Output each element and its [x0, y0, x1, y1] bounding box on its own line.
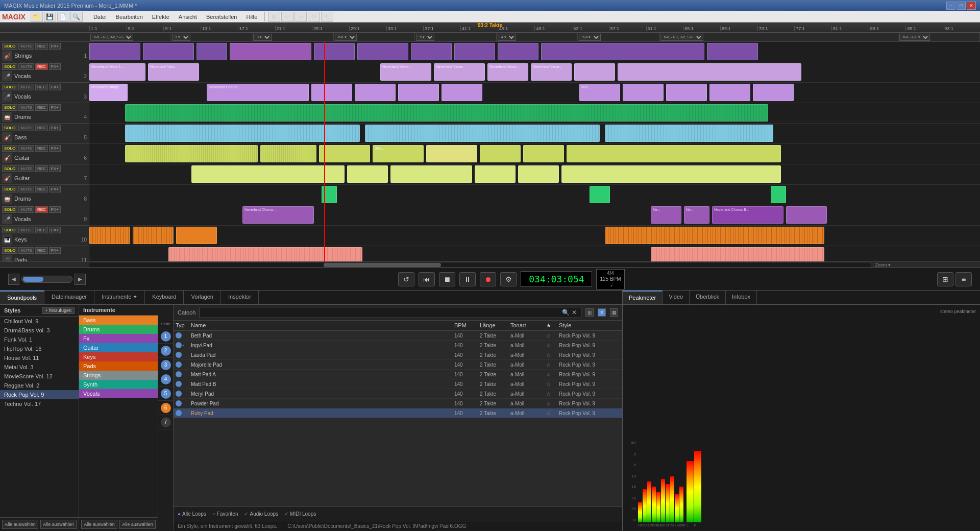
- track-9-rec[interactable]: REC: [35, 206, 48, 213]
- track-3-icon[interactable]: 🎤: [2, 91, 12, 102]
- table-row[interactable]: Meryl Pad 140 2 Takte a-Moll ☆ Rock Pop …: [174, 389, 622, 399]
- track-2-mute[interactable]: MUTE: [18, 63, 34, 70]
- clip[interactable]: [454, 43, 495, 60]
- tab-infobox[interactable]: Infobox: [726, 291, 757, 304]
- loop-button[interactable]: ↺: [398, 272, 414, 286]
- clip[interactable]: Neverland Verse...: [380, 63, 431, 81]
- track-7-mute[interactable]: MUTE: [18, 165, 34, 172]
- clip[interactable]: [347, 165, 388, 183]
- instrument-drums[interactable]: Drums: [79, 325, 158, 334]
- track-2-solo[interactable]: SOLO: [2, 63, 17, 70]
- scale-cell-7[interactable]: 6-a ▾: [578, 33, 659, 41]
- clip[interactable]: [125, 145, 258, 162]
- instruments-select-all-btn[interactable]: Alle auswählen: [81, 520, 117, 529]
- stufe-btn-4[interactable]: 4: [158, 372, 173, 387]
- style-item[interactable]: HipHop Vol. 16: [0, 344, 79, 353]
- stufe-btn-3[interactable]: 3: [158, 358, 173, 372]
- stufe-btn-1[interactable]: 1: [158, 329, 173, 344]
- track-1-solo[interactable]: SOLO: [2, 43, 17, 50]
- clip[interactable]: [322, 186, 337, 203]
- clip[interactable]: Stre...: [373, 145, 424, 162]
- search-input[interactable]: [203, 309, 561, 316]
- time-display[interactable]: 034:03:054: [521, 271, 592, 287]
- table-row[interactable]: Majorelle Pad 140 2 Takte a-Moll ☆ Rock …: [174, 360, 622, 370]
- col-header-tonart[interactable]: Tonart: [510, 322, 546, 329]
- clip[interactable]: [709, 84, 750, 101]
- instrument-keys[interactable]: Keys: [79, 352, 158, 361]
- filter-audio-loops[interactable]: ✓ Audio Loops: [244, 511, 278, 517]
- style-item[interactable]: MovieScore Vol. 12: [0, 372, 79, 381]
- track-7-solo[interactable]: SOLO: [2, 165, 17, 172]
- scale-dropdown-2[interactable]: 5 ▾: [172, 34, 190, 41]
- track-lane-7[interactable]: [89, 164, 980, 185]
- scale-dropdown-main[interactable]: 6-a, -1-C, 3-e, S-G: [660, 34, 703, 41]
- scroll-track[interactable]: [21, 276, 72, 283]
- clip[interactable]: Neverland Verse...: [531, 63, 572, 81]
- clip[interactable]: [89, 43, 140, 60]
- scale-cell-9[interactable]: 6-a, -1-C ▾: [898, 33, 980, 41]
- scale-dropdown-5[interactable]: 5 ▾: [416, 34, 434, 41]
- stufe-btn-7[interactable]: 7: [158, 415, 173, 429]
- track-lane-5[interactable]: [89, 124, 980, 144]
- close-button[interactable]: ✕: [967, 2, 976, 10]
- scale-cell-2[interactable]: 5 ▾: [171, 33, 253, 41]
- view-icon-1[interactable]: ⊞: [585, 308, 594, 317]
- track-lane-6[interactable]: Stre...: [89, 144, 980, 164]
- track-4-solo[interactable]: SOLO: [2, 104, 17, 111]
- track-3-mute[interactable]: MUTE: [18, 84, 34, 90]
- table-row[interactable]: Matt Pad B 140 2 Takte a-Moll ☆ Rock Pop…: [174, 379, 622, 389]
- toolbar-redo-btn[interactable]: ↪: [295, 12, 307, 22]
- instrument-guitar[interactable]: Guitar: [79, 343, 158, 352]
- scale-dropdown-1[interactable]: 6-a, -1-C, 3-e, S-G: [90, 34, 133, 41]
- track-lane-10[interactable]: [89, 226, 980, 246]
- clip[interactable]: [411, 43, 452, 60]
- track-2-fx[interactable]: FX+: [49, 63, 61, 70]
- track-11-mute[interactable]: MUTE: [18, 247, 34, 254]
- tab-video[interactable]: Video: [663, 291, 690, 304]
- preview-btn[interactable]: [176, 342, 182, 348]
- clip[interactable]: Neverland Vers...: [148, 63, 199, 81]
- preview-btn[interactable]: [176, 410, 182, 416]
- scale-cell-6[interactable]: 4 ▾: [497, 33, 578, 41]
- menu-ansicht[interactable]: Ansicht: [175, 13, 201, 21]
- clip[interactable]: [567, 145, 781, 162]
- table-row[interactable]: Lauda Pad 140 2 Takte a-Moll ☆ Rock Pop …: [174, 350, 622, 360]
- track-11-rec[interactable]: REC: [35, 247, 48, 254]
- track-10-fx[interactable]: FX+: [49, 227, 61, 233]
- clip[interactable]: Neverland Bridge...: [89, 84, 128, 101]
- clip[interactable]: [786, 206, 827, 224]
- track-lane-9[interactable]: Neverland Chorus ... Ne... Ne... Neverla…: [89, 205, 980, 226]
- row-typ[interactable]: [176, 332, 191, 339]
- track-7-fx[interactable]: FX+: [49, 165, 61, 172]
- track-7-icon[interactable]: 🎸: [2, 173, 12, 183]
- track-5-icon[interactable]: 🎸: [2, 132, 12, 142]
- filter-favoriten[interactable]: ○ Favoriten: [212, 511, 238, 517]
- row-typ[interactable]: [176, 400, 191, 406]
- scale-dropdown-9[interactable]: 6-a, -1-C ▾: [899, 34, 930, 41]
- tab-uberblick[interactable]: Überblick: [690, 291, 726, 304]
- row-star[interactable]: ☆: [546, 352, 559, 358]
- track-8-fx[interactable]: FX+: [49, 186, 61, 192]
- row-star[interactable]: ☆: [546, 362, 559, 368]
- clip[interactable]: [426, 145, 477, 162]
- loops-table-wrapper[interactable]: Typ Name BPM Länge Tonart ★ Style Beth P…: [174, 321, 622, 506]
- clip[interactable]: Ne...: [651, 206, 681, 224]
- clip[interactable]: [618, 63, 801, 81]
- scale-cell-4[interactable]: 6-a ▾: [334, 33, 415, 41]
- track-2-rec[interactable]: REC: [35, 63, 48, 70]
- track-1-icon[interactable]: 🎻: [2, 51, 12, 61]
- styles-deselect-all-btn[interactable]: Alle auswählen: [40, 520, 77, 529]
- toolbar-new-btn[interactable]: 📄: [57, 12, 69, 22]
- table-row[interactable]: Powder Pad 140 2 Takte a-Moll ☆ Rock Pop…: [174, 399, 622, 408]
- style-item[interactable]: Metal Vol. 3: [0, 363, 79, 372]
- clip[interactable]: Neverland Verse 1...: [89, 63, 145, 81]
- track-1-rec[interactable]: REC: [35, 43, 48, 50]
- clip[interactable]: [176, 227, 217, 244]
- track-11-icon[interactable]: 🎵: [2, 255, 12, 261]
- track-10-icon[interactable]: 🎹: [2, 234, 12, 245]
- tab-vorlagen[interactable]: Vorlagen: [184, 291, 220, 304]
- track-2-icon[interactable]: 🎤: [2, 71, 12, 81]
- track-5-solo[interactable]: SOLO: [2, 125, 17, 131]
- track-4-fx[interactable]: FX+: [49, 104, 61, 111]
- clip[interactable]: [314, 43, 355, 60]
